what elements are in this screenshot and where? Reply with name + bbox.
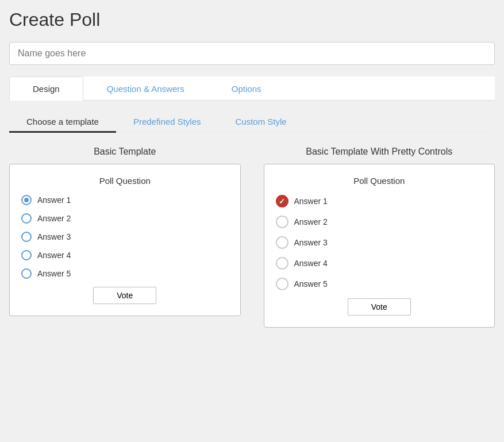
- basic-answer-2: Answer 2: [37, 214, 71, 223]
- basic-option-5[interactable]: Answer 5: [21, 268, 229, 279]
- template-basic-title: Basic Template: [9, 147, 241, 157]
- templates-row: Basic Template Poll Question Answer 1 An…: [9, 147, 495, 328]
- subtab-choose-template[interactable]: Choose a template: [9, 112, 116, 133]
- template-basic-box: Poll Question Answer 1 Answer 2 Answer 3…: [9, 164, 241, 316]
- tab-options[interactable]: Options: [208, 76, 285, 101]
- basic-option-2[interactable]: Answer 2: [21, 213, 229, 224]
- pretty-answer-2: Answer 2: [294, 217, 328, 226]
- pretty-vote-wrap: Vote: [276, 298, 483, 316]
- basic-option-1[interactable]: Answer 1: [21, 195, 229, 205]
- template-pretty-box: Poll Question Answer 1 Answer 2 Answer 3…: [264, 164, 495, 328]
- pretty-option-3[interactable]: Answer 3: [276, 236, 483, 249]
- pretty-option-4[interactable]: Answer 4: [276, 257, 483, 270]
- basic-radio-5[interactable]: [21, 268, 32, 279]
- sub-tabs: Choose a template Predefined Styles Cust…: [9, 112, 495, 133]
- basic-radio-3[interactable]: [21, 232, 32, 242]
- template-pretty-title: Basic Template With Pretty Controls: [264, 147, 495, 157]
- basic-poll-question: Poll Question: [21, 176, 229, 186]
- basic-radio-2[interactable]: [21, 213, 32, 224]
- basic-option-3[interactable]: Answer 3: [21, 232, 229, 242]
- pretty-vote-button[interactable]: Vote: [348, 298, 411, 316]
- tab-question-answers[interactable]: Question & Answers: [83, 76, 208, 101]
- main-tabs: Design Question & Answers Options: [9, 76, 495, 101]
- pretty-radio-2[interactable]: [276, 216, 288, 228]
- basic-option-4[interactable]: Answer 4: [21, 250, 229, 260]
- basic-answer-3: Answer 3: [37, 232, 71, 241]
- page-title: Create Poll: [9, 9, 495, 30]
- template-pretty: Basic Template With Pretty Controls Poll…: [264, 147, 495, 328]
- basic-answer-5: Answer 5: [37, 269, 71, 278]
- pretty-answer-1: Answer 1: [294, 197, 328, 206]
- basic-answer-1: Answer 1: [37, 195, 71, 205]
- basic-radio-1[interactable]: [21, 195, 32, 205]
- pretty-poll-question: Poll Question: [276, 176, 483, 186]
- pretty-option-1[interactable]: Answer 1: [276, 195, 483, 207]
- poll-name-input[interactable]: [9, 42, 495, 65]
- pretty-radio-3[interactable]: [276, 236, 288, 249]
- pretty-radio-4[interactable]: [276, 257, 288, 270]
- pretty-answer-5: Answer 5: [294, 279, 328, 289]
- pretty-answer-3: Answer 3: [294, 238, 328, 247]
- pretty-radio-5[interactable]: [276, 278, 288, 290]
- subtab-predefined-styles[interactable]: Predefined Styles: [116, 112, 218, 133]
- basic-vote-button[interactable]: Vote: [93, 287, 156, 304]
- tab-design[interactable]: Design: [9, 76, 83, 101]
- pretty-answer-4: Answer 4: [294, 259, 328, 268]
- pretty-option-5[interactable]: Answer 5: [276, 278, 483, 290]
- pretty-radio-1[interactable]: [276, 195, 288, 207]
- basic-radio-4[interactable]: [21, 250, 32, 260]
- template-basic: Basic Template Poll Question Answer 1 An…: [9, 147, 241, 328]
- subtab-custom-style[interactable]: Custom Style: [218, 112, 304, 133]
- pretty-option-2[interactable]: Answer 2: [276, 216, 483, 228]
- basic-vote-wrap: Vote: [21, 287, 229, 304]
- basic-answer-4: Answer 4: [37, 251, 71, 260]
